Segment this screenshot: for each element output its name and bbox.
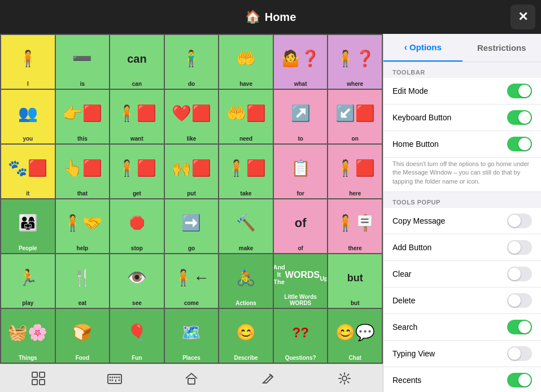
svg-point-16 [342, 376, 347, 381]
delete-row: Delete [383, 288, 541, 314]
home-button-toggle[interactable] [507, 137, 532, 151]
options-panel: ‹ Options Restrictions TOOLBAR Edit Mode… [383, 34, 541, 392]
add-button-toggle[interactable] [507, 240, 532, 255]
app: 🏠 Home ✕ 🧍 I ➖ is can can [0, 0, 541, 392]
cell-go[interactable]: ➡️ go [165, 199, 219, 253]
cell-questions[interactable]: ?? Questions? [274, 309, 328, 363]
search-toggle[interactable] [507, 320, 532, 334]
cell-you[interactable]: 👥 you [1, 90, 55, 143]
cell-need[interactable]: 🤲🟥 need [219, 90, 273, 143]
cell-on[interactable]: ↙️🟥 on [328, 90, 382, 143]
home-label: Home [265, 11, 296, 24]
cell-do[interactable]: 🧍‍♂️ do [165, 35, 219, 89]
typing-view-toggle[interactable] [507, 346, 532, 361]
keyboard-button-toggle[interactable] [507, 110, 532, 125]
bottom-toolbar [0, 364, 383, 392]
recents-toggle[interactable] [507, 373, 532, 387]
recents-row: Recents [383, 367, 541, 392]
cell-play[interactable]: 🏃 play [1, 254, 55, 308]
cell-people[interactable]: 👨‍👩‍👧 People [1, 199, 55, 253]
cell-like[interactable]: ❤️🟥 like [165, 90, 219, 143]
toolbar-section-header: TOOLBAR [383, 62, 541, 78]
cell-but[interactable]: but but [328, 254, 382, 308]
typing-view-label: Typing View [392, 349, 507, 358]
copy-message-toggle[interactable] [507, 214, 532, 228]
cell-to[interactable]: ↗️ to [274, 90, 328, 143]
home-button-row: Home Button [383, 131, 541, 158]
recents-label: Recents [392, 376, 507, 385]
svg-rect-14 [188, 378, 195, 384]
cell-have[interactable]: 🤲 have [219, 35, 273, 89]
edit-mode-label: Edit Mode [392, 86, 507, 95]
cell-there[interactable]: 🧍🪧 there [328, 199, 382, 253]
home-button-desc: This doesn't turn off the options to go … [383, 158, 541, 192]
edit-mode-toggle[interactable] [507, 84, 532, 98]
back-arrow-icon: ‹ [404, 42, 407, 53]
svg-rect-2 [32, 380, 37, 385]
cell-fun[interactable]: 🎈 Fun [110, 309, 164, 363]
search-row: Search [383, 314, 541, 341]
svg-rect-0 [32, 372, 37, 377]
cell-make[interactable]: 🔨 make [219, 199, 273, 253]
cell-chat[interactable]: 😊💬 Chat [328, 309, 382, 363]
cell-stop[interactable]: 🛑 stop [110, 199, 164, 253]
svg-rect-4 [108, 374, 121, 384]
clear-row: Clear [383, 261, 541, 288]
cell-that[interactable]: 👆🟥 that [56, 145, 110, 198]
delete-toggle[interactable] [507, 293, 532, 308]
delete-label: Delete [392, 296, 507, 305]
edit-mode-row: Edit Mode [383, 78, 541, 104]
options-content: TOOLBAR Edit Mode Keyboard Button Home B… [383, 62, 541, 392]
home-title: 🏠 Home [245, 10, 296, 24]
clear-label: Clear [392, 269, 507, 278]
cell-actions[interactable]: 🚴 Actions [219, 254, 273, 308]
cell-come[interactable]: 🧍← come [165, 254, 219, 308]
add-button-row: Add Button [383, 234, 541, 261]
pencil-button[interactable] [260, 371, 276, 386]
close-button[interactable]: ✕ [511, 5, 535, 29]
home-icon: 🏠 [245, 10, 260, 24]
svg-rect-1 [40, 372, 45, 377]
cell-get[interactable]: 🧍🟥 get [110, 145, 164, 198]
search-label: Search [392, 323, 507, 332]
home-nav-button[interactable] [184, 371, 199, 386]
typing-view-row: Typing View [383, 341, 541, 367]
cell-want[interactable]: 🧍🟥 want [110, 90, 164, 143]
tools-popup-section-header: TOOLS POPUP [383, 192, 541, 208]
keyboard-button-row: Keyboard Button [383, 104, 541, 131]
cell-it[interactable]: 🐾🟥 it [1, 145, 55, 198]
home-button-label: Home Button [392, 140, 507, 149]
grid-view-button[interactable] [30, 371, 46, 386]
copy-message-row: Copy Message [383, 208, 541, 234]
cell-little-words[interactable]: And It TheWORDSUp Little Words WORDS [274, 254, 328, 308]
cell-this[interactable]: 👉🟥 this [56, 90, 110, 143]
cell-describe[interactable]: 😊 Describe [219, 309, 273, 363]
top-bar: 🏠 Home ✕ [0, 0, 541, 34]
cell-put[interactable]: 🙌🟥 put [165, 145, 219, 198]
cell-help[interactable]: 🧍🤝 help [56, 199, 110, 253]
cell-things[interactable]: 🧺🌸 Things [1, 309, 55, 363]
main-content: 🧍 I ➖ is can can 🧍‍♂️ do 🤲 have [0, 34, 541, 392]
add-button-label: Add Button [392, 243, 507, 252]
keyboard-button[interactable] [107, 371, 123, 386]
copy-message-label: Copy Message [392, 216, 507, 225]
cell-i[interactable]: 🧍 I [1, 35, 55, 89]
symbol-grid: 🧍 I ➖ is can can 🧍‍♂️ do 🤲 have [0, 34, 383, 364]
cell-what[interactable]: 🤷❓ what [274, 35, 328, 89]
cell-is[interactable]: ➖ is [56, 35, 110, 89]
cell-see[interactable]: 👁️ see [110, 254, 164, 308]
cell-eat[interactable]: 🍴 eat [56, 254, 110, 308]
restrictions-tab[interactable]: Restrictions [463, 34, 542, 62]
cell-take[interactable]: 🧍🟥 take [219, 145, 273, 198]
cell-places[interactable]: 🗺️ Places [165, 309, 219, 363]
cell-food[interactable]: 🍞 Food [56, 309, 110, 363]
svg-rect-3 [40, 380, 45, 385]
cell-here[interactable]: 🧍🟥 here [328, 145, 382, 198]
settings-button[interactable] [337, 371, 352, 386]
cell-of[interactable]: of of [274, 199, 328, 253]
options-tab[interactable]: ‹ Options [383, 34, 463, 62]
cell-for[interactable]: 📋 for [274, 145, 328, 198]
cell-can[interactable]: can can [110, 35, 164, 89]
cell-where[interactable]: 🧍❓ where [328, 35, 382, 89]
clear-toggle[interactable] [507, 267, 532, 281]
